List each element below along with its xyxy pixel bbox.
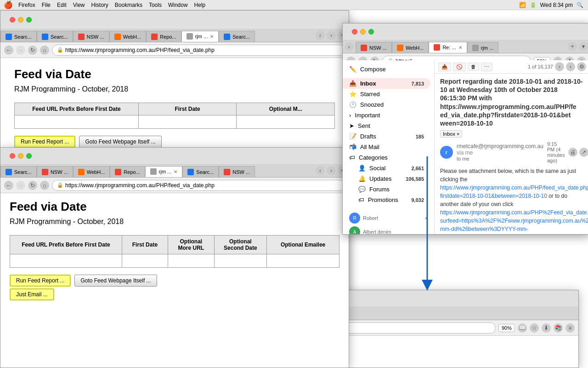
nav-updates[interactable]: 🔔Updates 106,585: [343, 173, 430, 184]
win2-tab-close-icon[interactable]: ✕: [174, 169, 177, 174]
win2-tab-search2[interactable]: Searc...: [182, 166, 219, 177]
gmail-new-tab-btn[interactable]: +: [568, 42, 577, 51]
win2-tab-rjm[interactable]: rjm ...✕: [145, 166, 183, 177]
gmail-tab-list-btn[interactable]: ▾: [579, 42, 588, 51]
gmail-close-button[interactable]: [352, 29, 357, 34]
maximize-button[interactable]: [26, 17, 32, 23]
forward-btn[interactable]: →: [16, 46, 25, 55]
contact-albert[interactable]: A Albert denim: [349, 226, 428, 234]
search-icon[interactable]: 🔍: [577, 2, 583, 8]
close-button[interactable]: [10, 17, 15, 23]
gmail-tab-re[interactable]: Re: ...✕: [429, 42, 467, 53]
tab-search2[interactable]: Searc...: [37, 31, 73, 42]
back-btn[interactable]: ←: [4, 46, 13, 55]
tab-rjm[interactable]: rjm ...✕: [181, 31, 219, 42]
nav-all-mail[interactable]: 📬All Mail: [343, 142, 430, 152]
contact-robert[interactable]: R Robert +: [349, 213, 428, 224]
win2-reload-btn[interactable]: ↻: [28, 181, 37, 190]
tab-webh[interactable]: WebH...: [109, 31, 147, 42]
win3-reader-btn[interactable]: 📖: [518, 323, 527, 333]
apple-menu[interactable]: 🍎: [4, 0, 13, 9]
email-settings-btn[interactable]: ⚙: [577, 62, 586, 71]
win2-minimize-button[interactable]: [18, 153, 23, 159]
cell-url-prefix[interactable]: HTTP://www.rjmprogramming.com.au/PHP/fee…: [15, 115, 139, 129]
win2-input-more-url[interactable]: &between=: [170, 256, 212, 265]
email-link-2[interactable]: https://www.rjmprogramming.com.au/PHP%2F…: [440, 209, 588, 234]
menu-history[interactable]: History: [91, 2, 108, 8]
nav-sent[interactable]: ➤Sent: [343, 121, 430, 131]
new-window-icon[interactable]: ↗: [579, 148, 588, 157]
win2-forward-btn[interactable]: →: [16, 181, 25, 190]
tab-close-icon[interactable]: ✕: [210, 34, 214, 39]
win2-close-button[interactable]: [10, 153, 15, 159]
win2-goto-feed-webpage-btn[interactable]: Goto Feed Webpage Itself ...: [74, 275, 157, 287]
win2-address-input[interactable]: 🔒 https://www.rjmprogramming.com.au/PHP/…: [52, 180, 345, 191]
win2-cell-url-prefix[interactable]: https://www.rjmprogramming.com.au/PHP/fe…: [10, 254, 122, 268]
win3-download-btn[interactable]: ⬇: [542, 323, 551, 333]
menu-view[interactable]: View: [73, 2, 85, 8]
win2-cell-first-date[interactable]: 2018-10-01: [122, 254, 168, 268]
win2-tab-back-btn[interactable]: ‹: [316, 166, 325, 175]
gmail-tab-webh[interactable]: WebH...: [392, 42, 429, 53]
win3-lib-btn[interactable]: 📚: [554, 323, 563, 333]
cell-more-url[interactable]: &seconddate=: [237, 115, 335, 129]
menu-file[interactable]: File: [42, 2, 51, 8]
win2-input-first-date[interactable]: 2018-10-01: [124, 256, 166, 265]
reload-btn[interactable]: ↻: [28, 46, 37, 55]
gmail-maximize-button[interactable]: [368, 29, 374, 34]
minimize-button[interactable]: [18, 17, 23, 23]
next-email-btn[interactable]: ›: [566, 62, 575, 71]
win2-just-email-btn[interactable]: Just Email ...: [10, 288, 54, 300]
compose-button[interactable]: ✏️ Compose: [343, 60, 434, 78]
tab-forward-btn[interactable]: ›: [327, 31, 336, 40]
tab-back-btn[interactable]: ‹: [316, 31, 325, 40]
print-icon[interactable]: 🖨: [568, 148, 577, 157]
prev-email-btn[interactable]: ‹: [555, 62, 564, 71]
menu-tools[interactable]: Tools: [149, 2, 162, 8]
win2-input-url-prefix[interactable]: https://www.rjmprogramming.com.au/PHP/fe…: [12, 256, 120, 265]
nav-snoozed[interactable]: 🕐Snoozed: [343, 99, 430, 110]
win2-input-emailee[interactable]: rmetcafe15@gmail.com: [269, 256, 337, 265]
menu-window[interactable]: Window: [168, 2, 188, 8]
win3-bookmark-btn[interactable]: ☆: [530, 323, 539, 333]
win2-run-feed-report-btn[interactable]: Run Feed Report ...: [10, 275, 71, 287]
win2-tab-nsw[interactable]: NSW ...: [37, 166, 73, 177]
menu-help[interactable]: Help: [194, 2, 206, 8]
win2-maximize-button[interactable]: [26, 153, 32, 159]
win2-tab-nsw2[interactable]: NSW ...: [219, 166, 255, 177]
cell-first-date[interactable]: 2018-10-10 05:33:59: [138, 115, 237, 129]
address-input[interactable]: 🔒 https://www.rjmprogramming.com.au/PHP/…: [52, 45, 345, 56]
archive-btn[interactable]: 📥: [438, 63, 451, 71]
nav-important[interactable]: ›Important: [343, 110, 430, 121]
tab-repo[interactable]: Repo...: [146, 31, 181, 42]
win2-tab-webh[interactable]: WebH...: [73, 166, 110, 177]
gmail-tab-rjm[interactable]: rjm ...: [467, 42, 499, 53]
win2-input-second-date[interactable]: 2018-10-10: [216, 256, 265, 265]
nav-inbox[interactable]: 📥 Inbox 7,813: [343, 78, 430, 89]
tab-search1[interactable]: Searc...: [0, 31, 37, 42]
run-feed-report-btn[interactable]: Run Feed Report ...: [14, 136, 75, 148]
win2-tab-repo[interactable]: Repo...: [110, 166, 145, 177]
more-icon[interactable]: ⋯: [481, 63, 492, 71]
win3-more-btn[interactable]: ≡: [565, 323, 575, 333]
gmail-tab-close-icon[interactable]: ✕: [458, 45, 462, 50]
win2-tab-fwd-btn[interactable]: ›: [327, 166, 336, 175]
tab-search3[interactable]: Searc...: [219, 31, 255, 42]
win2-home-btn[interactable]: ⌂: [40, 181, 49, 190]
win2-cell-emailee[interactable]: rmetcafe15@gmail.com: [267, 254, 339, 268]
gmail-tab-back[interactable]: ‹: [345, 42, 354, 52]
nav-drafts[interactable]: 📝Drafts 185: [343, 131, 430, 142]
delete-btn[interactable]: 🗑: [468, 63, 479, 71]
nav-starred[interactable]: ⭐Starred: [343, 89, 430, 99]
win2-cell-second-date[interactable]: 2018-10-10: [214, 254, 267, 268]
nav-promotions[interactable]: 🏷Promotions 9,032: [343, 195, 430, 205]
gmail-tab-nsw[interactable]: NSW ...: [356, 42, 392, 53]
menu-edit[interactable]: Edit: [57, 2, 67, 8]
input-first-date[interactable]: 2018-10-10 05:33:59: [141, 117, 235, 126]
tab-nsw[interactable]: NSW ...: [73, 31, 109, 42]
nav-social[interactable]: 👤Social 2,661: [343, 163, 430, 173]
win2-back-btn[interactable]: ←: [4, 181, 13, 190]
goto-feed-webpage-btn[interactable]: Goto Feed Webpage Itself ...: [79, 136, 161, 148]
nav-forums[interactable]: 💬Forums: [343, 184, 430, 195]
win2-tab-search1[interactable]: Searc...: [0, 166, 37, 177]
